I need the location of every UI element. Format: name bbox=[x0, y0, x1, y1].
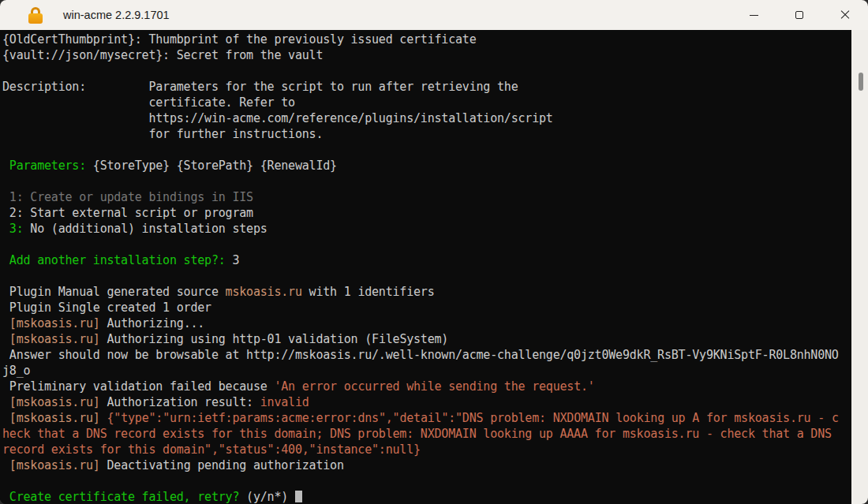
terminal-line: 1: Create or update bindings in IIS bbox=[2, 189, 851, 205]
terminal-line: certificate. Refer to bbox=[2, 95, 851, 110]
terminal-line: [mskoasis.ru] Authorization result: inva… bbox=[2, 394, 851, 410]
maximize-button[interactable] bbox=[776, 0, 822, 30]
window-title: win-acme 2.2.9.1701 bbox=[63, 9, 170, 21]
terminal-output[interactable]: {OldCertThumbprint}: Thumbprint of the p… bbox=[0, 30, 851, 504]
terminal: {OldCertThumbprint}: Thumbprint of the p… bbox=[0, 30, 868, 504]
scrollbar-thumb[interactable] bbox=[859, 73, 863, 91]
terminal-line: j8_o bbox=[2, 363, 851, 379]
terminal-line: Preliminary validation failed because 'A… bbox=[2, 379, 851, 394]
terminal-line: {OldCertThumbprint}: Thumbprint of the p… bbox=[2, 32, 851, 47]
app-window: win-acme 2.2.9.1701 {OldCertThumbprint}:… bbox=[0, 0, 868, 504]
terminal-line bbox=[2, 63, 851, 79]
terminal-line: [mskoasis.ru] {"type":"urn:ietf:params:a… bbox=[2, 410, 851, 426]
terminal-cursor bbox=[295, 491, 302, 502]
terminal-line: 3: No (additional) installation steps bbox=[2, 221, 851, 237]
terminal-line bbox=[2, 174, 851, 189]
terminal-line: for further instructions. bbox=[2, 126, 851, 142]
terminal-line: record exists for this domain","status":… bbox=[2, 442, 851, 457]
scrollbar[interactable] bbox=[851, 30, 868, 504]
terminal-line: [mskoasis.ru] Authorizing... bbox=[2, 315, 851, 331]
minimize-icon bbox=[750, 15, 758, 16]
close-icon bbox=[840, 10, 850, 20]
titlebar-left: win-acme 2.2.9.1701 bbox=[0, 6, 170, 24]
terminal-line bbox=[2, 473, 851, 489]
terminal-line: Create certificate failed, retry? (y/n*) bbox=[2, 489, 851, 504]
terminal-line: Parameters: {StoreType} {StorePath} {Ren… bbox=[2, 158, 851, 174]
terminal-line: 2: Start external script or program bbox=[2, 205, 851, 221]
terminal-line: [mskoasis.ru] Authorizing using http-01 … bbox=[2, 331, 851, 347]
terminal-line bbox=[2, 268, 851, 284]
terminal-line: heck that a DNS record exists for this d… bbox=[2, 426, 851, 442]
terminal-line: Add another installation step?: 3 bbox=[2, 252, 851, 268]
lock-icon bbox=[27, 6, 44, 24]
minimize-button[interactable] bbox=[731, 0, 776, 30]
maximize-icon bbox=[795, 11, 803, 19]
terminal-line: Plugin Single created 1 order bbox=[2, 300, 851, 315]
close-button[interactable] bbox=[822, 0, 868, 30]
terminal-line: {vault://json/mysecret}: Secret from the… bbox=[2, 47, 851, 63]
terminal-line: Answer should now be browsable at http:/… bbox=[2, 347, 851, 363]
terminal-line: [mskoasis.ru] Deactivating pending autho… bbox=[2, 457, 851, 473]
window-controls bbox=[731, 0, 868, 30]
terminal-line: Description: Parameters for the script t… bbox=[2, 79, 851, 95]
titlebar[interactable]: win-acme 2.2.9.1701 bbox=[0, 0, 868, 30]
terminal-line: https://win-acme.com/reference/plugins/i… bbox=[2, 110, 851, 126]
terminal-line bbox=[2, 142, 851, 158]
terminal-line: Plugin Manual generated source mskoasis.… bbox=[2, 284, 851, 300]
terminal-line bbox=[2, 237, 851, 252]
